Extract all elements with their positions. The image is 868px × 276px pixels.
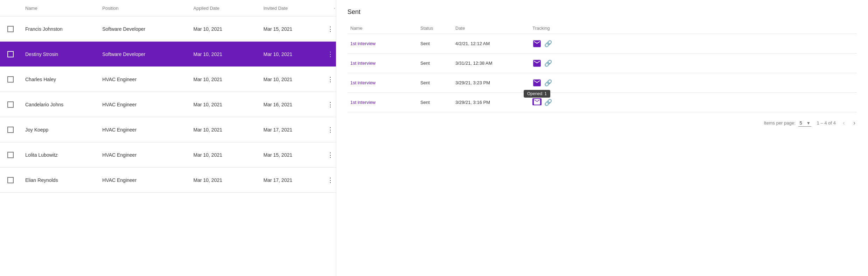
sent-table-header: Name Status Date Tracking bbox=[347, 23, 857, 34]
row-name: Elian Reynolds bbox=[25, 177, 58, 183]
sent-tracking: 🔗 bbox=[530, 59, 572, 67]
row-position: HVAC Engineer bbox=[102, 152, 137, 158]
row-more-button[interactable]: ⋮ bbox=[326, 175, 335, 185]
sent-header-name: Name bbox=[347, 26, 418, 31]
sent-tracking: 🔗 bbox=[530, 79, 572, 87]
sent-row: 1st interview Sent 3/29/21, 3:23 PM 🔗 bbox=[347, 73, 857, 93]
items-per-page-select-wrapper[interactable]: 5 10 25 ▼ bbox=[798, 120, 811, 127]
table-row: Elian Reynolds HVAC Engineer Mar 10, 202… bbox=[0, 168, 336, 193]
row-applied-date: Mar 10, 2021 bbox=[193, 152, 222, 158]
pagination: Items per page: 5 10 25 ▼ 1 – 4 of 4 ‹ › bbox=[347, 112, 857, 129]
mail-opened-icon bbox=[532, 98, 542, 105]
row-name: Lolita Lubowitz bbox=[25, 152, 58, 158]
row-invited-date: Mar 16, 2021 bbox=[263, 102, 292, 107]
interview-link[interactable]: 1st interview bbox=[350, 41, 376, 46]
sent-row: 1st interview Sent 3/29/21, 3:16 PM Open… bbox=[347, 93, 857, 112]
link-icon[interactable]: 🔗 bbox=[544, 99, 552, 106]
sent-title: Sent bbox=[347, 8, 857, 16]
sent-header-tracking: Tracking bbox=[530, 26, 572, 31]
link-icon[interactable]: 🔗 bbox=[544, 40, 552, 48]
row-applied-date: Mar 10, 2021 bbox=[193, 51, 222, 57]
row-more-button[interactable]: ⋮ bbox=[326, 49, 335, 59]
row-name: Charles Haley bbox=[25, 77, 56, 82]
row-position: Software Developer bbox=[102, 51, 145, 57]
sent-status: Sent bbox=[418, 80, 453, 85]
page-range: 1 – 4 of 4 bbox=[817, 120, 836, 126]
row-applied-date: Mar 10, 2021 bbox=[193, 127, 222, 133]
row-invited-date: Mar 10, 2021 bbox=[263, 77, 292, 82]
row-invited-date: Mar 10, 2021 bbox=[263, 51, 292, 57]
pagination-items-per-page: Items per page: 5 10 25 ▼ bbox=[764, 120, 811, 127]
row-name: Destiny Strosin bbox=[25, 51, 58, 57]
row-position: HVAC Engineer bbox=[102, 77, 137, 82]
row-more-button[interactable]: ⋮ bbox=[326, 150, 335, 160]
header-actions: ⋯ bbox=[329, 4, 336, 12]
row-applied-date: Mar 10, 2021 bbox=[193, 102, 222, 107]
table-row: Destiny Strosin Software Developer Mar 1… bbox=[0, 42, 336, 67]
interview-link[interactable]: 1st interview bbox=[350, 61, 376, 66]
sent-date: 4/2/21, 12:12 AM bbox=[453, 41, 530, 46]
header-applied-date: Applied Date bbox=[189, 4, 259, 12]
row-checkbox[interactable] bbox=[7, 76, 14, 83]
items-per-page-label: Items per page: bbox=[764, 120, 795, 126]
sent-date: 3/31/21, 12:38 AM bbox=[453, 61, 530, 66]
link-icon[interactable]: 🔗 bbox=[544, 79, 552, 87]
row-position: HVAC Engineer bbox=[102, 177, 137, 183]
header-name: Name bbox=[21, 4, 98, 12]
next-page-button[interactable]: › bbox=[852, 118, 857, 128]
mail-opened-icon bbox=[532, 40, 542, 47]
sent-date: 3/29/21, 3:23 PM bbox=[453, 80, 530, 85]
row-checkbox[interactable] bbox=[7, 51, 14, 57]
items-per-page-select[interactable]: 5 10 25 bbox=[798, 120, 811, 127]
sent-panel: Sent Name Status Date Tracking 1st inter… bbox=[336, 0, 868, 276]
sent-date: 3/29/21, 3:16 PM bbox=[453, 100, 530, 105]
mail-opened-icon bbox=[532, 60, 542, 67]
sent-tracking: Opened: 1 🔗 bbox=[530, 98, 572, 106]
sent-status: Sent bbox=[418, 61, 453, 66]
sent-header-status: Status bbox=[418, 26, 453, 31]
row-position: Software Developer bbox=[102, 26, 145, 32]
row-more-button[interactable]: ⋮ bbox=[326, 125, 335, 135]
row-more-button[interactable]: ⋮ bbox=[326, 74, 335, 85]
header-checkbox-col bbox=[0, 4, 21, 12]
row-applied-date: Mar 10, 2021 bbox=[193, 77, 222, 82]
row-invited-date: Mar 15, 2021 bbox=[263, 152, 292, 158]
sent-status: Sent bbox=[418, 100, 453, 105]
header-invited-date: Invited Date bbox=[259, 4, 329, 12]
row-checkbox[interactable] bbox=[7, 152, 14, 158]
tooltip: Opened: 1 bbox=[524, 90, 550, 98]
row-checkbox[interactable] bbox=[7, 101, 14, 108]
table-row: Lolita Lubowitz HVAC Engineer Mar 10, 20… bbox=[0, 142, 336, 168]
sent-header-date: Date bbox=[453, 26, 530, 31]
header-position: Position bbox=[98, 4, 189, 12]
interview-link[interactable]: 1st interview bbox=[350, 100, 376, 105]
row-checkbox[interactable] bbox=[7, 127, 14, 133]
mail-icon bbox=[532, 79, 542, 86]
row-applied-date: Mar 10, 2021 bbox=[193, 177, 222, 183]
row-invited-date: Mar 17, 2021 bbox=[263, 127, 292, 133]
row-name: Francis Johnston bbox=[25, 26, 63, 32]
row-more-button[interactable]: ⋮ bbox=[326, 24, 335, 34]
row-position: HVAC Engineer bbox=[102, 127, 137, 133]
row-more-button[interactable]: ⋮ bbox=[326, 99, 335, 110]
table-row: Candelario Johns HVAC Engineer Mar 10, 2… bbox=[0, 92, 336, 117]
table-row: Charles Haley HVAC Engineer Mar 10, 2021… bbox=[0, 67, 336, 92]
row-position: HVAC Engineer bbox=[102, 102, 137, 107]
table-row: Francis Johnston Software Developer Mar … bbox=[0, 16, 336, 42]
sent-row: 1st interview Sent 3/31/21, 12:38 AM 🔗 bbox=[347, 54, 857, 73]
tooltip-container: Opened: 1 bbox=[532, 98, 542, 106]
row-invited-date: Mar 17, 2021 bbox=[263, 177, 292, 183]
prev-page-button[interactable]: ‹ bbox=[841, 118, 846, 128]
table-header: Name Position Applied Date Invited Date … bbox=[0, 0, 336, 16]
row-checkbox[interactable] bbox=[7, 26, 14, 32]
link-icon[interactable]: 🔗 bbox=[544, 59, 552, 67]
sent-row: 1st interview Sent 4/2/21, 12:12 AM 🔗 bbox=[347, 34, 857, 54]
row-checkbox[interactable] bbox=[7, 177, 14, 183]
row-name: Candelario Johns bbox=[25, 102, 63, 107]
table-row: Joy Koepp HVAC Engineer Mar 10, 2021 Mar… bbox=[0, 117, 336, 142]
row-name: Joy Koepp bbox=[25, 127, 48, 133]
sent-status: Sent bbox=[418, 41, 453, 46]
row-invited-date: Mar 15, 2021 bbox=[263, 26, 292, 32]
interview-link[interactable]: 1st interview bbox=[350, 80, 376, 85]
dots-icon: ⋯ bbox=[333, 4, 336, 12]
